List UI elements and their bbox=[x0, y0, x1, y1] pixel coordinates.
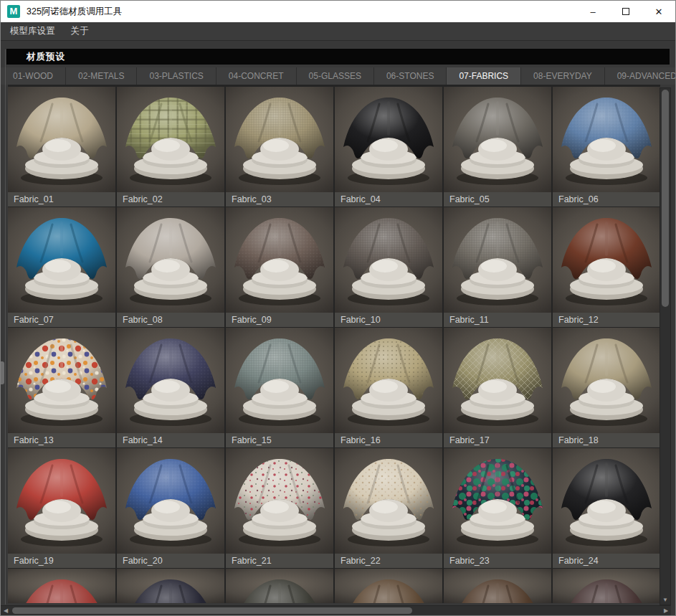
material-preview bbox=[553, 207, 660, 313]
material-tile-fabric_15[interactable]: Fabric_15 bbox=[226, 328, 333, 447]
material-label: Fabric_10 bbox=[335, 313, 442, 327]
material-grid: Fabric_01Fabric_02Fabric_03Fabric_04Fabr… bbox=[8, 85, 660, 603]
material-tile-fabric_14[interactable]: Fabric_14 bbox=[117, 328, 224, 447]
panel-left-border bbox=[5, 49, 6, 605]
material-tile-partial[interactable] bbox=[335, 569, 442, 603]
material-label: Fabric_04 bbox=[335, 192, 442, 207]
tab-07-fabrics[interactable]: 07-FABRICS bbox=[447, 67, 521, 85]
material-tile-partial[interactable] bbox=[226, 569, 333, 603]
material-tile-fabric_04[interactable]: Fabric_04 bbox=[335, 87, 442, 207]
maximize-icon bbox=[622, 8, 629, 15]
material-tile-fabric_05[interactable]: Fabric_05 bbox=[444, 87, 551, 207]
category-tabs: 01-WOOD02-METALS03-PLASTICS04-CONCRET05-… bbox=[1, 67, 675, 85]
material-label: Fabric_21 bbox=[226, 554, 333, 568]
material-preview bbox=[226, 328, 333, 433]
material-label: Fabric_12 bbox=[553, 313, 660, 327]
material-label: Fabric_09 bbox=[226, 313, 333, 327]
material-tile-fabric_09[interactable]: Fabric_09 bbox=[226, 207, 333, 327]
material-preview bbox=[226, 87, 333, 192]
maximize-button[interactable] bbox=[609, 1, 642, 22]
material-preview bbox=[553, 569, 660, 603]
menu-item-0[interactable]: 模型库设置 bbox=[2, 25, 63, 37]
material-preview bbox=[8, 328, 115, 433]
material-tile-fabric_03[interactable]: Fabric_03 bbox=[226, 87, 333, 207]
material-label: Fabric_01 bbox=[8, 192, 115, 207]
side-splitter-handle[interactable] bbox=[1, 361, 4, 384]
material-tile-fabric_13[interactable]: Fabric_13 bbox=[8, 328, 115, 447]
tab-04-concret[interactable]: 04-CONCRET bbox=[216, 67, 297, 85]
material-preview bbox=[335, 207, 442, 313]
scroll-left-icon[interactable]: ◀ bbox=[1, 606, 11, 615]
material-tile-fabric_11[interactable]: Fabric_11 bbox=[444, 207, 551, 327]
menu-item-1[interactable]: 关于 bbox=[63, 25, 97, 37]
material-label: Fabric_16 bbox=[335, 433, 442, 447]
material-tile-fabric_16[interactable]: Fabric_16 bbox=[335, 328, 442, 447]
material-tile-fabric_10[interactable]: Fabric_10 bbox=[335, 207, 442, 327]
material-preview bbox=[117, 448, 224, 554]
scroll-down-icon[interactable]: ▼ bbox=[660, 595, 670, 605]
material-tile-fabric_02[interactable]: Fabric_02 bbox=[117, 87, 224, 207]
material-label: Fabric_23 bbox=[444, 554, 551, 568]
material-tile-partial[interactable] bbox=[444, 569, 551, 603]
material-tile-partial[interactable] bbox=[8, 569, 115, 603]
material-preview bbox=[553, 87, 660, 192]
maya-app-icon: M bbox=[7, 5, 20, 18]
material-tile-fabric_23[interactable]: Fabric_23 bbox=[444, 448, 551, 568]
horizontal-scrollbar: ◀ ▶ bbox=[1, 605, 671, 615]
tab-03-plastics[interactable]: 03-PLASTICS bbox=[137, 67, 216, 85]
panel-header: 材质预设 bbox=[6, 49, 670, 65]
material-tile-fabric_17[interactable]: Fabric_17 bbox=[444, 328, 551, 447]
material-tile-fabric_08[interactable]: Fabric_08 bbox=[117, 207, 224, 327]
material-preview bbox=[553, 328, 660, 433]
tab-06-stones[interactable]: 06-STONES bbox=[374, 67, 447, 85]
material-tile-partial[interactable] bbox=[553, 569, 660, 603]
material-preview bbox=[226, 448, 333, 554]
material-preview bbox=[117, 569, 224, 603]
material-tile-fabric_19[interactable]: Fabric_19 bbox=[8, 448, 115, 568]
material-preview bbox=[117, 87, 224, 192]
material-label: Fabric_07 bbox=[8, 313, 115, 327]
material-label: Fabric_02 bbox=[117, 192, 224, 207]
material-label: Fabric_22 bbox=[335, 554, 442, 568]
material-label: Fabric_19 bbox=[8, 554, 115, 568]
material-preview bbox=[226, 569, 333, 603]
material-tile-fabric_07[interactable]: Fabric_07 bbox=[8, 207, 115, 327]
scroll-right-icon[interactable]: ▶ bbox=[661, 606, 671, 615]
material-tile-partial[interactable] bbox=[117, 569, 224, 603]
material-tile-fabric_21[interactable]: Fabric_21 bbox=[226, 448, 333, 568]
material-preview bbox=[335, 569, 442, 603]
material-tile-fabric_12[interactable]: Fabric_12 bbox=[553, 207, 660, 327]
close-icon: ✕ bbox=[655, 6, 663, 17]
title-bar: M 325阿诺德材质调用工具 – ✕ bbox=[1, 1, 675, 22]
material-preview bbox=[444, 328, 551, 433]
material-label: Fabric_14 bbox=[117, 433, 224, 447]
material-preview bbox=[444, 569, 551, 603]
tab-05-glasses[interactable]: 05-GLASSES bbox=[297, 67, 374, 85]
close-button[interactable]: ✕ bbox=[642, 1, 675, 22]
vertical-scrollbar-thumb[interactable] bbox=[662, 90, 669, 307]
material-preview bbox=[444, 448, 551, 554]
material-preview bbox=[444, 207, 551, 313]
material-tile-fabric_24[interactable]: Fabric_24 bbox=[553, 448, 660, 568]
tab-08-everyday[interactable]: 08-EVERYDAY bbox=[521, 67, 605, 85]
window-controls: – ✕ bbox=[576, 1, 675, 22]
horizontal-scrollbar-thumb[interactable] bbox=[12, 607, 412, 614]
tab-09-advanced[interactable]: 09-ADVANCED bbox=[605, 67, 675, 85]
material-label: Fabric_08 bbox=[117, 313, 224, 327]
material-preview bbox=[226, 207, 333, 313]
minimize-button[interactable]: – bbox=[576, 1, 609, 22]
material-tile-fabric_18[interactable]: Fabric_18 bbox=[553, 328, 660, 447]
material-preview bbox=[553, 448, 660, 554]
app-window: M 325阿诺德材质调用工具 – ✕ 模型库设置关于 材质预设 01-WOOD0… bbox=[0, 0, 676, 616]
material-tile-fabric_01[interactable]: Fabric_01 bbox=[8, 87, 115, 207]
material-preview bbox=[8, 87, 115, 192]
tab-01-wood[interactable]: 01-WOOD bbox=[1, 67, 66, 85]
window-title: 325阿诺德材质调用工具 bbox=[27, 6, 122, 18]
material-tile-fabric_06[interactable]: Fabric_06 bbox=[553, 87, 660, 207]
tab-02-metals[interactable]: 02-METALS bbox=[66, 67, 137, 85]
material-tile-fabric_20[interactable]: Fabric_20 bbox=[117, 448, 224, 568]
material-preview bbox=[8, 448, 115, 554]
material-preview bbox=[8, 207, 115, 313]
material-label: Fabric_06 bbox=[553, 192, 660, 207]
material-tile-fabric_22[interactable]: Fabric_22 bbox=[335, 448, 442, 568]
